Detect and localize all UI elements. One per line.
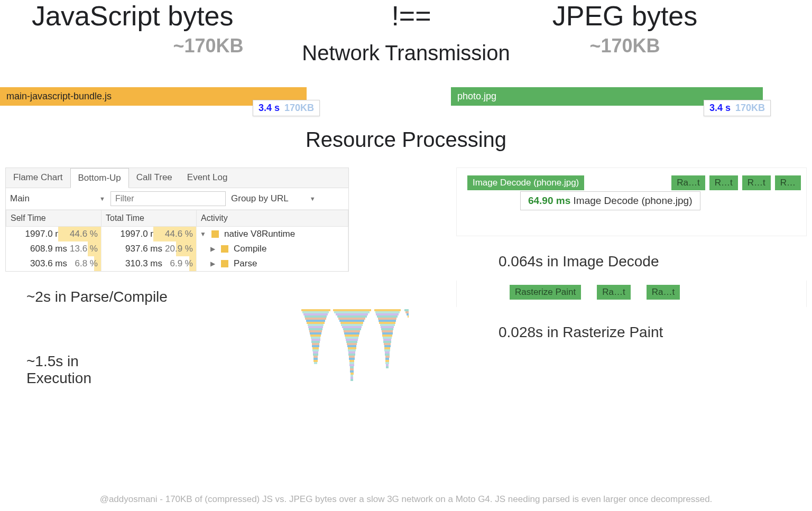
decode-tooltip: 64.90 ms Image Decode (phone.jpg) [520,191,700,210]
raster-mini-pill[interactable]: R…t [742,175,771,190]
image-decode-pill[interactable]: Image Decode (phone.jpg) [467,175,584,190]
tab-bottom-up[interactable]: Bottom-Up [70,168,129,188]
col-activity[interactable]: Activity [197,210,348,227]
decode-ms: 64.90 ms [528,195,570,206]
not-equals: !== [364,0,459,32]
parse-compile-summary: ~2s in Parse/Compile [26,289,409,305]
image-decode-timeline: Image Decode (phone.jpg) Ra…t R…t R…t R…… [456,168,807,236]
activity-color-icon [221,260,228,267]
filter-input[interactable] [110,191,226,206]
tab-event-log[interactable]: Event Log [180,168,235,188]
decode-label: Image Decode (phone.jpg) [574,195,693,206]
js-network-tooltip: 3.4 s 170KB [253,100,320,116]
js-time: 3.4 s [259,103,280,113]
expand-icon[interactable]: ▶ [209,260,216,267]
devtools-panel: Flame Chart Bottom-Up Call Tree Event Lo… [5,168,349,272]
table-row[interactable]: 303.6 ms6.8 % 310.3 ms6.9 % ▶Parse [6,256,348,271]
thread-select[interactable]: Main ▼ [10,193,105,204]
raster-timeline: Rasterize Paint Ra…t Ra…t [456,281,807,307]
raster-mini-pill[interactable]: R…t [709,175,738,190]
image-decode-summary: 0.064s in Image Decode [499,253,807,270]
profiler-table: Self Time Total Time Activity 1997.0 ms4… [6,210,348,271]
raster-mini-pill[interactable]: Ra…t [597,285,630,300]
js-kb: 170KB [284,103,314,113]
jpeg-time: 3.4 s [709,103,731,113]
execution-summary: ~1.5s in Execution [26,353,122,387]
group-by-select[interactable]: Group by URL ▼ [231,193,316,204]
js-heading: JavaScript bytes [32,0,364,32]
activity-color-icon [221,245,228,253]
jpeg-kb: 170KB [735,103,765,113]
expand-icon[interactable]: ▶ [209,245,216,253]
raster-mini-pill[interactable]: Ra…t [647,285,680,300]
raster-pill[interactable]: Rasterize Paint [510,285,581,300]
table-row[interactable]: 608.9 ms13.6 % 937.6 ms20.9 % ▶Compile [6,241,348,256]
footer-attribution: @addyosmani - 170KB of (compressed) JS v… [0,494,812,505]
raster-mini-pill[interactable]: Ra…t [671,175,705,190]
profiler-tabs: Flame Chart Bottom-Up Call Tree Event Lo… [6,168,348,188]
jpeg-heading: JPEG bytes [459,0,791,32]
flame-chart-thumbnail [301,309,409,388]
chevron-down-icon: ▼ [310,196,316,202]
raster-mini-pill[interactable]: R… [775,175,801,190]
processing-section-title: Resource Processing [0,128,812,152]
activity-color-icon [211,230,219,238]
chevron-down-icon: ▼ [99,196,105,202]
raster-summary: 0.028s in Rasterize Paint [499,324,807,341]
tab-flame-chart[interactable]: Flame Chart [6,168,70,188]
expand-icon[interactable]: ▼ [200,230,206,238]
col-self-time[interactable]: Self Time [6,210,102,227]
tab-call-tree[interactable]: Call Tree [129,168,180,188]
jpeg-network-tooltip: 3.4 s 170KB [704,100,771,116]
col-total-time[interactable]: Total Time [102,210,197,227]
table-row[interactable]: 1997.0 ms44.6 % 1997.0 ms44.6 % ▼native … [6,227,348,242]
